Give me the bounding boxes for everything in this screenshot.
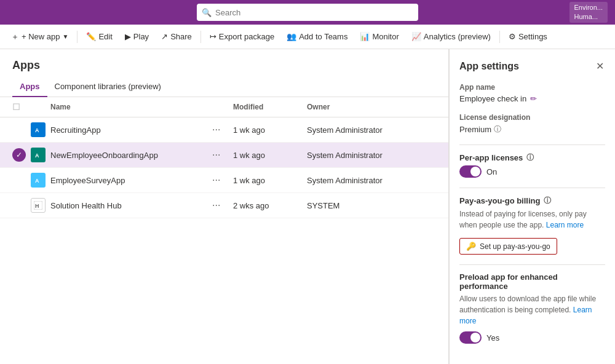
- header-modified-col[interactable]: Modified: [233, 103, 307, 111]
- table-row[interactable]: A EmployeeSurveyApp ··· 1 wk ago System …: [0, 168, 448, 193]
- search-icon: 🔍: [202, 8, 212, 17]
- license-value: Premium ⓘ: [459, 124, 501, 135]
- settings-label: Settings: [518, 32, 547, 41]
- export-package-button[interactable]: ↦ Export package: [205, 30, 279, 44]
- app-name-section: App name Employee check in ✏: [459, 83, 605, 103]
- share-button[interactable]: ↗ Share: [156, 30, 197, 44]
- app-name-label: App name: [459, 83, 605, 92]
- row-modified-1: 1 wk ago: [233, 125, 307, 135]
- monitor-button[interactable]: 📊 Monitor: [355, 30, 403, 44]
- edit-app-name-icon[interactable]: ✏: [530, 94, 537, 103]
- dropdown-icon: ▼: [63, 33, 69, 40]
- license-label: License designation: [459, 113, 605, 122]
- row-name-4: Solution Health Hub: [50, 201, 208, 210]
- play-button[interactable]: ▶ Play: [120, 30, 154, 44]
- share-label: Share: [170, 32, 192, 41]
- panel-header: App settings ✕: [459, 59, 605, 73]
- analytics-button[interactable]: 📈 Analytics (preview): [407, 30, 496, 44]
- tab-component-libraries[interactable]: Component libraries (preview): [47, 77, 169, 97]
- row-owner-1: System Administrator: [307, 125, 418, 135]
- table-row[interactable]: ✓ A NewEmployeeOnboardingApp ··· 1 wk ag…: [0, 143, 448, 168]
- tab-apps[interactable]: Apps: [12, 77, 47, 97]
- table-row[interactable]: H Solution Health Hub ··· 2 wks ago SYST…: [0, 193, 448, 218]
- divider-3: [459, 264, 605, 265]
- payg-setup-button[interactable]: 🔑 Set up pay-as-you-go: [459, 238, 557, 255]
- new-app-label: + New app: [22, 32, 60, 41]
- search-input[interactable]: [197, 4, 418, 21]
- app-icon-solution: H: [31, 198, 46, 213]
- play-icon: ▶: [125, 32, 131, 41]
- svg-text:A: A: [35, 127, 39, 133]
- license-info-icon[interactable]: ⓘ: [494, 124, 501, 135]
- teams-label: Add to Teams: [299, 32, 347, 41]
- below-topbar: ＋ + New app ▼ ✏️ Edit ▶ Play ↗ Share ↦ E…: [0, 25, 615, 364]
- row-icon-3: A: [31, 173, 50, 188]
- preload-desc: Allow users to download the app file whi…: [459, 293, 605, 326]
- environment-label: Environ...: [574, 3, 603, 12]
- row-modified-4: 2 wks ago: [233, 201, 307, 210]
- analytics-label: Analytics (preview): [424, 32, 491, 41]
- header-checkbox-icon: ☐: [12, 102, 20, 112]
- panel-title: App settings: [459, 61, 519, 72]
- cmd-divider-3: [499, 31, 500, 43]
- per-app-toggle-row: On: [459, 165, 605, 178]
- header-owner-col[interactable]: Owner: [307, 103, 418, 111]
- per-app-section: Per-app licenses ⓘ On: [459, 152, 605, 178]
- per-app-toggle-label: On: [486, 167, 497, 176]
- row-icon-4: H: [31, 198, 50, 213]
- table-row[interactable]: A RecruitingApp ··· 1 wk ago System Admi…: [0, 117, 448, 143]
- dots-icon-3[interactable]: ···: [208, 173, 224, 186]
- close-panel-button[interactable]: ✕: [595, 59, 605, 73]
- main-layout: Apps Apps Component libraries (preview) …: [0, 49, 615, 364]
- preload-title: Preload app for enhanced performance: [459, 272, 605, 291]
- selected-check-2: ✓: [12, 148, 26, 162]
- user-label: Huma...: [574, 12, 603, 22]
- row-dots-4[interactable]: ···: [208, 200, 233, 211]
- dots-icon-4[interactable]: ···: [208, 199, 224, 212]
- per-app-label: Per-app licenses: [459, 153, 523, 162]
- tab-apps-label: Apps: [20, 82, 40, 91]
- per-app-info-icon[interactable]: ⓘ: [526, 152, 534, 163]
- row-dots-3[interactable]: ···: [208, 175, 233, 186]
- analytics-icon: 📈: [411, 32, 421, 41]
- new-app-button[interactable]: ＋ + New app ▼: [6, 29, 73, 45]
- app-icon-onboarding: A: [31, 148, 46, 162]
- row-dots-1[interactable]: ···: [208, 124, 233, 135]
- preload-toggle-row: Yes: [459, 331, 605, 344]
- preload-section: Preload app for enhanced performance All…: [459, 272, 605, 344]
- settings-icon: ⚙: [509, 32, 516, 41]
- header-name-col[interactable]: Name: [50, 103, 208, 111]
- payg-learn-more-link[interactable]: Learn more: [546, 221, 584, 229]
- payg-section: Pay-as-you-go billing ⓘ Instead of payin…: [459, 196, 605, 255]
- row-dots-2[interactable]: ···: [208, 149, 233, 160]
- table-header: ☐ Name Modified Owner: [0, 97, 448, 117]
- settings-button[interactable]: ⚙ Settings: [504, 30, 552, 44]
- payg-info-icon[interactable]: ⓘ: [544, 196, 551, 206]
- payg-key-icon: 🔑: [466, 242, 476, 251]
- monitor-icon: 📊: [360, 32, 370, 41]
- dots-icon-2[interactable]: ···: [208, 148, 224, 161]
- edit-button[interactable]: ✏️ Edit: [81, 30, 117, 44]
- row-name-2: NewEmployeeOnboardingApp: [50, 151, 208, 160]
- search-wrapper: 🔍: [197, 4, 418, 21]
- per-app-title: Per-app licenses ⓘ: [459, 152, 605, 163]
- add-to-teams-button[interactable]: 👥 Add to Teams: [282, 30, 352, 44]
- edit-icon: ✏️: [86, 32, 96, 41]
- header-check-col: ☐: [12, 102, 31, 112]
- row-owner-3: System Administrator: [307, 176, 418, 185]
- export-label: Export package: [219, 32, 274, 41]
- preload-toggle[interactable]: [459, 331, 482, 344]
- row-name-3: EmployeeSurveyApp: [50, 176, 208, 185]
- row-icon-2: A: [31, 148, 50, 162]
- share-icon: ↗: [161, 32, 168, 41]
- svg-text:H: H: [35, 203, 39, 209]
- payg-title: Pay-as-you-go billing ⓘ: [459, 196, 605, 206]
- dots-icon-1[interactable]: ···: [208, 123, 224, 136]
- new-app-icon: ＋: [11, 31, 19, 42]
- divider-1: [459, 144, 605, 145]
- per-app-toggle[interactable]: [459, 165, 482, 178]
- payg-label: Pay-as-you-go billing: [459, 196, 540, 205]
- search-container: 🔍: [197, 4, 418, 21]
- preload-label: Preload app for enhanced performance: [459, 272, 605, 291]
- teams-icon: 👥: [287, 32, 296, 41]
